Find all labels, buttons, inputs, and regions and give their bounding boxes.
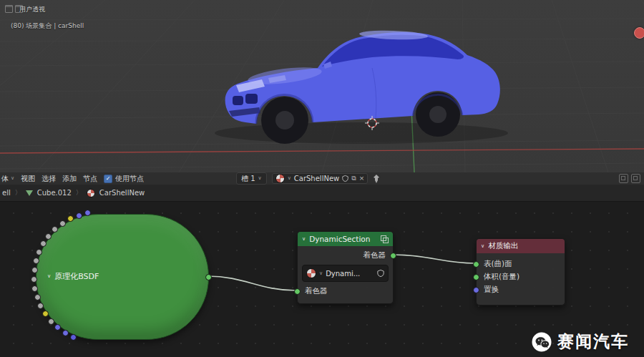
bsdf-input-socket[interactable]: [37, 303, 44, 309]
bsdf-input-socket[interactable]: [31, 276, 37, 283]
group-output-row: 着色器: [298, 249, 393, 262]
volume-input-row: 体积(音量): [477, 270, 565, 283]
material-sphere-icon: [275, 174, 285, 183]
chevron-down-icon: ∨: [288, 176, 291, 181]
bsdf-input-socket[interactable]: [84, 210, 91, 216]
new-material-icon[interactable]: ⧉: [351, 175, 356, 182]
surface-input-socket[interactable]: [473, 261, 479, 268]
menu-view[interactable]: 视图: [21, 174, 35, 184]
slot-label: 槽 1: [241, 174, 255, 184]
axis-gizmo-x-ball[interactable]: [634, 27, 644, 39]
bsdf-node-title: 原理化BSDF: [54, 271, 99, 282]
shading-type-dropdown[interactable]: 体 ∨: [1, 174, 14, 184]
material-sphere-icon: [87, 189, 95, 197]
bsdf-input-socket[interactable]: [34, 294, 41, 300]
mesh-data-icon: [26, 190, 33, 196]
material-sphere-icon: [306, 268, 316, 278]
displacement-input-socket[interactable]: [473, 287, 479, 293]
group-input-socket[interactable]: [294, 288, 301, 295]
bsdf-input-socket[interactable]: [31, 267, 38, 273]
bsdf-input-socket[interactable]: [62, 330, 69, 336]
use-nodes-toggle[interactable]: ✓ 使用节点: [104, 174, 144, 184]
breadcrumb-mesh[interactable]: Cube.012: [37, 189, 72, 197]
use-nodes-label: 使用节点: [115, 174, 144, 184]
material-output-title: 材质输出: [488, 241, 518, 251]
group-input-label: 着色器: [305, 286, 328, 296]
bsdf-input-socket[interactable]: [48, 318, 54, 325]
bsdf-input-socket[interactable]: [52, 226, 58, 233]
breadcrumb-object-partial[interactable]: ell: [2, 189, 11, 197]
dynamic-section-node[interactable]: ∨ DynamicSection 着色器 ∨ Dynami...: [297, 231, 394, 304]
shading-type-label: 体: [1, 174, 9, 184]
bsdf-node-header[interactable]: ∨ 原理化BSDF: [47, 271, 99, 282]
watermark-text: 赛闻汽车: [557, 331, 629, 353]
node-editor[interactable]: ∨ 原理化BSDF ∨ DynamicSection 着色器 ∨: [0, 202, 644, 357]
surface-input-row: 表(曲)面: [477, 258, 565, 270]
material-output-body: 表(曲)面 体积(音量) 置换: [477, 253, 565, 305]
bsdf-input-socket[interactable]: [33, 258, 39, 264]
bsdf-input-socket[interactable]: [36, 249, 42, 255]
principled-bsdf-node[interactable]: ∨ 原理化BSDF: [36, 214, 209, 340]
bsdf-input-socket[interactable]: [59, 220, 66, 227]
fake-user-shield-icon[interactable]: [377, 269, 384, 278]
viewport-canvas: [0, 0, 644, 172]
chevron-down-icon[interactable]: ∨: [302, 237, 306, 242]
scene-collection-label: (80) 场景集合 | carShell: [11, 21, 84, 31]
x-axis-line: [0, 149, 644, 153]
node-group-icon: [381, 235, 389, 243]
material-output-header[interactable]: ∨ 材质输出: [477, 239, 565, 253]
editor-type-icon[interactable]: [5, 5, 13, 13]
overlays-icon[interactable]: [631, 174, 640, 183]
dynamic-section-body: 着色器 ∨ Dynami... 着色器: [298, 246, 393, 303]
grille-right: [245, 94, 258, 104]
wechat-icon: [532, 332, 552, 352]
chevron-down-icon[interactable]: ∨: [481, 244, 484, 249]
group-output-label: 着色器: [364, 250, 386, 260]
group-material-name[interactable]: Dynami...: [326, 270, 374, 278]
menu-node[interactable]: 节点: [83, 174, 97, 184]
bsdf-input-socket[interactable]: [76, 212, 82, 219]
menu-add[interactable]: 添加: [62, 174, 77, 184]
bsdf-input-socket[interactable]: [45, 233, 52, 240]
bsdf-input-socket[interactable]: [42, 310, 49, 317]
group-output-socket[interactable]: [390, 253, 396, 259]
chevron-down-icon[interactable]: ∨: [47, 274, 51, 279]
material-selector[interactable]: ∨ CarShellNew ⧉ ×: [272, 173, 369, 184]
group-material-selector[interactable]: ∨ Dynami...: [302, 265, 389, 282]
bsdf-input-socket[interactable]: [54, 324, 61, 331]
volume-input-label: 体积(音量): [484, 272, 519, 282]
displacement-input-label: 置换: [484, 285, 499, 295]
watermark: 赛闻汽车: [532, 331, 629, 353]
bsdf-output-socket[interactable]: [205, 274, 212, 280]
chevron-down-icon: ∨: [258, 176, 262, 181]
front-wheel-hub: [275, 111, 294, 129]
car-model[interactable]: [215, 29, 508, 144]
dynamic-section-title: DynamicSection: [309, 235, 370, 243]
breadcrumb-material[interactable]: CarShellNew: [99, 189, 145, 197]
snapping-icon[interactable]: [619, 174, 628, 183]
bsdf-input-socket[interactable]: [40, 240, 47, 247]
wire-group-to-output: [392, 255, 475, 263]
fake-user-shield-icon[interactable]: [342, 175, 348, 182]
viewport-3d[interactable]: 用户透视 (80) 场景集合 | carShell: [0, 0, 644, 172]
material-header-widgets: 槽 1 ∨ ∨ CarShellNew ⧉ ×: [236, 172, 380, 185]
slot-dropdown[interactable]: 槽 1 ∨: [236, 172, 267, 185]
bsdf-input-socket[interactable]: [31, 285, 38, 292]
menu-select[interactable]: 选择: [42, 174, 56, 184]
blender-window: 用户透视 (80) 场景集合 | carShell 体 ∨ 视图 选择 添加 节…: [0, 0, 644, 357]
displacement-input-row: 置换: [477, 283, 565, 296]
header-right-options: [619, 172, 640, 185]
volume-input-socket[interactable]: [473, 274, 479, 280]
unlink-material-icon[interactable]: ×: [359, 175, 365, 182]
rear-wheel-hub: [429, 106, 447, 123]
chevron-down-icon: ∨: [319, 271, 323, 276]
breadcrumb-separator-icon: 〉: [76, 188, 82, 197]
checkbox-checked-icon: ✓: [104, 175, 112, 183]
wire-bsdf-to-group: [208, 276, 296, 290]
material-name-field[interactable]: CarShellNew: [294, 175, 339, 182]
group-input-row: 着色器: [298, 285, 393, 298]
bsdf-input-socket[interactable]: [67, 215, 74, 222]
material-output-node[interactable]: ∨ 材质输出 表(曲)面 体积(音量) 置换: [476, 238, 565, 305]
pin-icon[interactable]: [373, 175, 380, 183]
dynamic-section-header[interactable]: ∨ DynamicSection: [298, 232, 393, 246]
